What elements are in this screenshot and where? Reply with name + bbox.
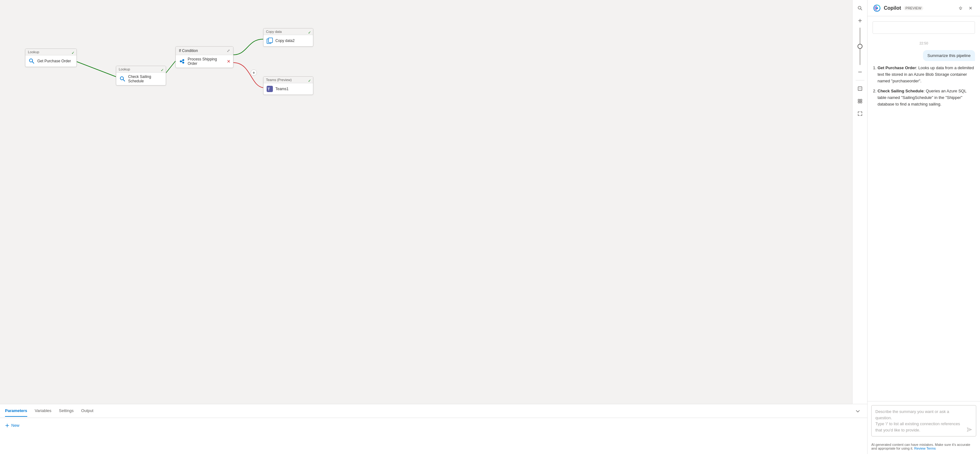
close-copilot-btn[interactable]: ✕ xyxy=(966,4,975,13)
teams-icon: T xyxy=(266,85,274,93)
ai-response-item-1: Get Purchase Order: Looks up data from a… xyxy=(878,65,975,84)
collapse-panel-btn[interactable] xyxy=(853,407,862,416)
node-label-copy-data: Copy data2 xyxy=(275,38,294,43)
lookup-icon-1 xyxy=(28,57,35,65)
node-if-condition[interactable]: If Condition ⤢ Process Shipping Order ✕ xyxy=(175,46,234,68)
node-label-teams: Teams1 xyxy=(275,87,288,91)
node-header-copy-data: Copy data xyxy=(264,29,313,35)
ai-item1-title: Get Purchase Order xyxy=(878,65,916,70)
fullscreen-btn[interactable] xyxy=(854,108,865,119)
expand-icon[interactable]: ⤢ xyxy=(227,49,230,53)
node-body-lookup1: Get Purchase Order xyxy=(25,56,76,67)
search-btn[interactable] xyxy=(854,3,865,14)
copilot-messages: 22:50 Summarize this pipeline Get Purcha… xyxy=(867,16,980,401)
connections-svg xyxy=(0,0,867,404)
node-header-teams: Teams (Preview) xyxy=(264,77,313,83)
svg-line-14 xyxy=(861,9,862,10)
node-lookup-check-sailing[interactable]: Lookup Check Sailing Schedule ✓ xyxy=(116,66,166,86)
pin-btn[interactable] xyxy=(956,4,965,13)
svg-line-3 xyxy=(123,79,125,81)
new-parameter-btn[interactable]: New xyxy=(5,422,19,429)
copilot-logo xyxy=(873,4,881,13)
copilot-header-actions: ✕ xyxy=(956,4,975,13)
process-shipping-icon xyxy=(178,58,186,65)
copy-data-icon xyxy=(266,37,274,44)
node-body-lookup2: Check Sailing Schedule xyxy=(116,73,166,85)
add-activity-btn[interactable]: + xyxy=(251,70,257,76)
svg-line-1 xyxy=(32,62,34,63)
svg-rect-20 xyxy=(858,99,860,101)
check-icon-copy-data: ✓ xyxy=(308,30,311,35)
copilot-header: Copilot PREVIEW ✕ xyxy=(867,0,980,16)
copilot-placeholder-3: that you'd like to provide. xyxy=(875,427,965,433)
copilot-preview-badge: PREVIEW xyxy=(904,6,923,10)
if-body: Process Shipping Order ✕ xyxy=(176,55,233,68)
previous-input-area xyxy=(873,21,975,34)
new-btn-label: New xyxy=(11,423,19,428)
node-copy-data[interactable]: Copy data Copy data2 ✓ xyxy=(263,28,313,47)
toolbar-divider-1 xyxy=(856,80,864,81)
svg-point-26 xyxy=(876,7,878,9)
check-icon-teams: ✓ xyxy=(308,79,311,83)
zoom-slider[interactable] xyxy=(859,27,861,65)
bottom-content: New xyxy=(0,418,867,454)
node-label-lookup2: Check Sailing Schedule xyxy=(128,75,163,83)
lookup-icon-2 xyxy=(119,75,126,83)
node-header-lookup2: Lookup xyxy=(116,66,166,73)
bottom-tabs-left: Parameters Variables Settings Output xyxy=(5,405,93,417)
svg-line-8 xyxy=(182,61,182,62)
node-label-lookup1: Get Purchase Order xyxy=(37,59,71,63)
bottom-panel: Parameters Variables Settings Output New xyxy=(0,404,867,454)
svg-rect-21 xyxy=(860,99,862,101)
message-timestamp: 22:50 xyxy=(873,41,975,45)
fit-screen-btn[interactable] xyxy=(854,83,865,94)
align-btn[interactable] xyxy=(854,95,865,107)
node-teams[interactable]: Teams (Preview) T Teams1 ✓ xyxy=(263,76,313,95)
svg-rect-10 xyxy=(269,38,272,43)
if-condition-header: If Condition ⤢ xyxy=(176,47,233,55)
svg-rect-22 xyxy=(858,102,860,103)
svg-point-6 xyxy=(182,62,184,63)
bottom-tabs: Parameters Variables Settings Output xyxy=(0,404,867,418)
check-icon-lookup1: ✓ xyxy=(72,51,75,55)
if-condition-label: If Condition xyxy=(179,49,198,53)
tab-parameters[interactable]: Parameters xyxy=(5,405,27,417)
tab-output[interactable]: Output xyxy=(81,405,93,417)
zoom-thumb xyxy=(858,44,862,49)
tab-variables[interactable]: Variables xyxy=(35,405,51,417)
ai-item2-title: Check Sailing Schedule xyxy=(878,89,924,93)
send-message-btn[interactable] xyxy=(965,425,974,434)
svg-rect-19 xyxy=(859,88,861,90)
zoom-in-btn[interactable] xyxy=(854,15,865,26)
node-body-teams: T Teams1 xyxy=(264,83,313,95)
ai-response: Get Purchase Order: Looks up data from a… xyxy=(873,65,975,111)
zoom-track xyxy=(859,27,861,65)
copilot-input-wrapper: Describe the summary you want or ask a q… xyxy=(871,405,976,437)
zoom-out-btn[interactable] xyxy=(854,67,865,78)
check-icon-lookup2: ✓ xyxy=(161,68,164,72)
tab-settings[interactable]: Settings xyxy=(59,405,74,417)
copilot-footer: AI-generated content can have mistakes. … xyxy=(867,440,980,454)
copilot-placeholder-1: Describe the summary you want or ask a q… xyxy=(875,409,965,421)
node-body-copy-data: Copy data2 xyxy=(264,35,313,46)
ai-response-item-2: Check Sailing Schedule: Queries an Azure… xyxy=(878,88,975,107)
svg-text:T: T xyxy=(267,87,270,91)
node-lookup-get-purchase-order[interactable]: Lookup Get Purchase Order ✓ xyxy=(25,49,77,67)
node-header-lookup1: Lookup xyxy=(25,49,76,56)
copilot-title: Copilot xyxy=(884,5,901,11)
svg-point-4 xyxy=(180,60,182,62)
svg-line-7 xyxy=(182,60,182,61)
copilot-placeholder-2: Type '/' to list all existing connection… xyxy=(875,421,965,427)
user-message: Summarize this pipeline xyxy=(923,50,975,61)
process-shipping-label: Process Shipping Order xyxy=(188,57,225,66)
copilot-input-box[interactable]: Describe the summary you want or ask a q… xyxy=(871,405,976,437)
copilot-input-area: Describe the summary you want or ask a q… xyxy=(867,401,980,440)
main-area: Lookup Get Purchase Order ✓ Lookup xyxy=(0,0,867,454)
x-icon: ✕ xyxy=(227,59,231,64)
canvas-toolbar xyxy=(852,0,867,404)
copilot-panel: Copilot PREVIEW ✕ 22:50 Summarize this p… xyxy=(867,0,980,454)
canvas-area: Lookup Get Purchase Order ✓ Lookup xyxy=(0,0,867,404)
review-terms-link[interactable]: Review Terms xyxy=(914,446,936,450)
svg-rect-23 xyxy=(860,102,862,103)
svg-point-5 xyxy=(182,59,184,61)
